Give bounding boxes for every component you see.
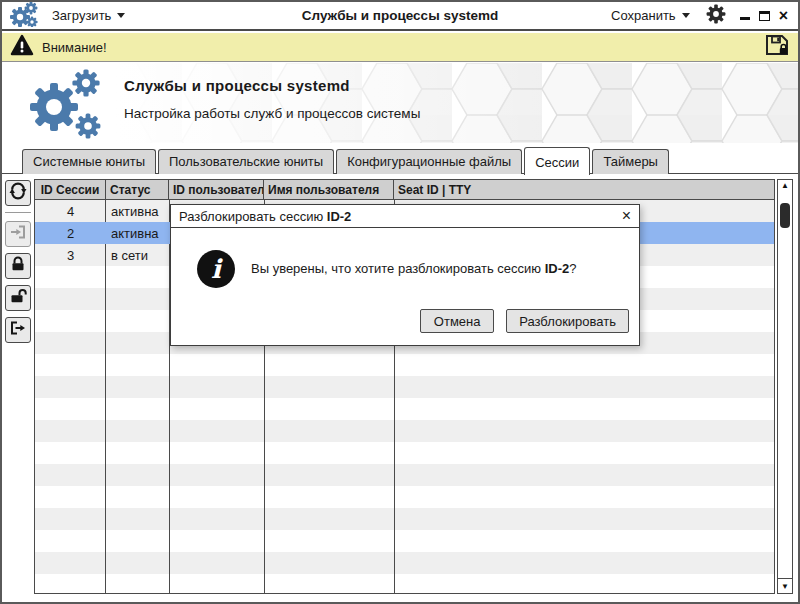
tab-system-units[interactable]: Системные юниты (22, 149, 156, 174)
maximize-icon[interactable] (759, 11, 770, 21)
login-session-button (5, 221, 31, 247)
save-menu-button[interactable]: Сохранить (605, 5, 696, 26)
table-header-row: ID Сессии Статус ID пользователя Имя пол… (35, 180, 774, 200)
unlock-confirm-button[interactable]: Разблокировать (506, 309, 629, 333)
login-arrow-icon (9, 223, 27, 245)
dialog-message-session-id: ID-2 (545, 261, 570, 276)
settings-gear-icon[interactable] (706, 4, 726, 28)
session-toolbar (5, 180, 33, 349)
column-header-user-name[interactable]: Имя пользователя (264, 180, 394, 199)
refresh-button[interactable] (5, 180, 31, 206)
dialog-message-question: ? (569, 261, 576, 276)
unlock-icon (9, 287, 27, 309)
dialog-title-session-id: ID-2 (327, 209, 352, 224)
cancel-button[interactable]: Отмена (420, 309, 494, 333)
logout-arrow-icon (9, 319, 27, 341)
cell-status: в сети (106, 244, 169, 266)
chevron-down-icon (682, 13, 690, 18)
tab-sessions[interactable]: Сессии (524, 147, 590, 175)
column-header-session-id[interactable]: ID Сессии (35, 180, 106, 199)
dialog-message-text: Вы уверены, что хотите разблокировать се… (251, 261, 545, 276)
lock-icon (9, 255, 27, 277)
info-icon: i (197, 250, 235, 288)
app-window: Загрузить Службы и процессы systemd Сохр… (0, 0, 800, 604)
chevron-down-icon (117, 13, 125, 18)
save-file-icon[interactable] (764, 33, 790, 62)
dialog-title: Разблокировать сессию ID-2 (179, 209, 351, 224)
warning-triangle-icon (10, 34, 34, 60)
cell-status: активна (106, 200, 169, 222)
warning-bar: Внимание! (2, 33, 798, 62)
minimize-icon[interactable] (740, 17, 750, 20)
refresh-icon (9, 182, 27, 204)
title-bar: Загрузить Службы и процессы systemd Сохр… (2, 2, 798, 31)
banner-subtitle: Настройка работы служб и процессов систе… (124, 106, 420, 121)
column-header-status[interactable]: Статус (106, 180, 169, 199)
scroll-up-icon[interactable]: ▲ (778, 181, 792, 190)
app-logo-gears-icon (10, 1, 38, 31)
unlock-session-dialog: Разблокировать сессию ID-2 × i Вы уверен… (170, 204, 640, 346)
cell-session-id: 2 (35, 222, 106, 244)
unlock-session-button[interactable] (5, 285, 31, 311)
banner-title: Службы и процессы systemd (124, 77, 420, 94)
lock-session-button[interactable] (5, 253, 31, 279)
window-close-icon[interactable]: × (779, 10, 788, 22)
cell-status: активна (106, 222, 169, 244)
cell-session-id: 3 (35, 244, 106, 266)
dialog-title-bar: Разблокировать сессию ID-2 × (171, 205, 639, 228)
column-header-seat-id-tty[interactable]: Seat ID | TTY (394, 180, 774, 199)
dialog-title-text: Разблокировать сессию (179, 209, 327, 224)
tab-user-units[interactable]: Пользовательские юниты (158, 149, 334, 174)
cell-session-id: 4 (35, 200, 106, 222)
dialog-message: Вы уверены, что хотите разблокировать се… (251, 261, 576, 276)
dialog-close-icon[interactable]: × (622, 209, 631, 223)
save-menu-label: Сохранить (611, 8, 676, 23)
tab-timers[interactable]: Таймеры (592, 149, 669, 174)
column-header-user-id[interactable]: ID пользователя (169, 180, 264, 199)
scroll-down-icon[interactable]: ▼ (778, 578, 792, 593)
tab-bar: Системные юниты Пользовательские юниты К… (2, 143, 798, 174)
dialog-body: i Вы уверены, что хотите разблокировать … (171, 228, 639, 343)
scrollbar-thumb[interactable] (780, 203, 790, 228)
header-banner: Службы и процессы systemd Настройка рабо… (2, 63, 798, 143)
tab-config-files[interactable]: Конфигурационные файлы (336, 149, 522, 174)
banner-gears-logo-icon (20, 67, 112, 143)
vertical-scrollbar[interactable]: ▲ ▼ (777, 179, 793, 594)
load-menu-button[interactable]: Загрузить (46, 5, 131, 26)
toolbar-separator (5, 212, 31, 213)
load-menu-label: Загрузить (52, 8, 111, 23)
warning-label: Внимание! (42, 40, 107, 55)
terminate-session-button[interactable] (5, 317, 31, 343)
